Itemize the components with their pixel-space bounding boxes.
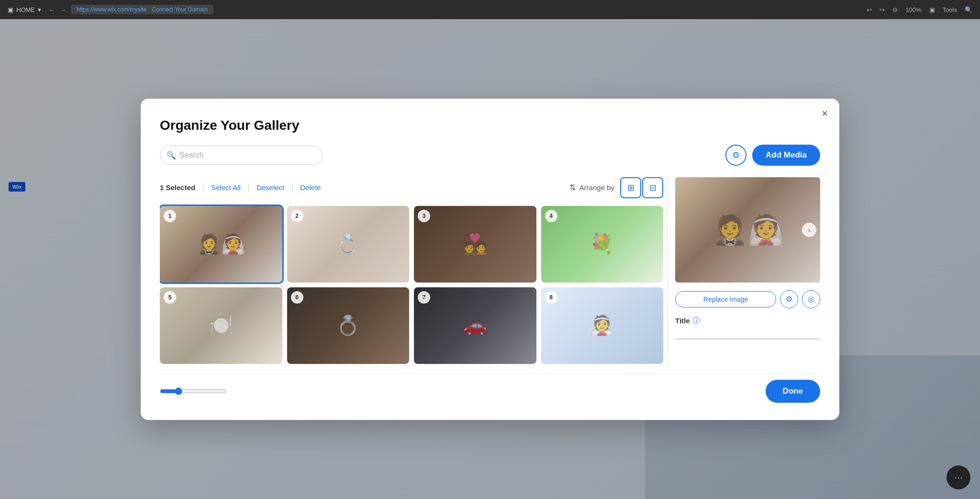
arrange-by: ⇅ Arrange by	[569, 183, 614, 192]
delete-button[interactable]: Delete	[300, 183, 328, 192]
item-number-3: 3	[418, 210, 430, 222]
search-right: ⚙ Add Media	[725, 145, 820, 166]
crop-icon: ◎	[808, 295, 814, 304]
replace-image-button[interactable]: Replace image	[675, 291, 776, 307]
photo-5-placeholder: 🍽️	[160, 287, 282, 364]
item-number-5: 5	[164, 291, 176, 304]
zoom-level: 100%	[905, 6, 921, 13]
filter-icon: ⚙	[786, 295, 792, 304]
gallery-item[interactable]: 💍 2	[287, 206, 410, 283]
photo-2-placeholder: 💍	[287, 206, 410, 283]
arrange-by-label: Arrange by	[579, 183, 614, 192]
preview-next-chevron[interactable]: ›	[802, 223, 816, 237]
content-area: 1 Selected Select All Deselect Delete ⇅ …	[160, 177, 820, 364]
forward-icon[interactable]: →	[60, 6, 66, 13]
item-number-2: 2	[291, 210, 303, 222]
search-browser-icon[interactable]: 🔍	[965, 6, 972, 13]
gallery-item[interactable]: 🤵👰 1	[160, 206, 282, 283]
info-icon: ⓘ	[693, 316, 700, 325]
preview-photo-placeholder: 🤵👰	[675, 177, 820, 283]
title-input[interactable]	[675, 325, 820, 340]
item-number-6: 6	[291, 291, 303, 304]
photo-7-placeholder: 🚗	[414, 287, 536, 364]
slider-wrap	[160, 387, 236, 395]
filter-icon-button[interactable]: ⚙	[780, 290, 798, 308]
connect-domain-link[interactable]: Connect Your Domain	[152, 6, 208, 13]
search-input[interactable]	[160, 146, 323, 165]
gallery-grid-wrap: 1 Selected Select All Deselect Delete ⇅ …	[160, 177, 667, 364]
search-input-wrap: 🔍	[160, 146, 323, 165]
item-number-7: 7	[418, 291, 430, 304]
deselect-button[interactable]: Deselect	[256, 183, 292, 192]
photo-8-placeholder: 👰	[541, 287, 664, 364]
redo-icon[interactable]: ↪	[880, 6, 885, 13]
search-icon: 🔍	[167, 150, 176, 159]
toolbar-row: 1 Selected Select All Deselect Delete ⇅ …	[160, 177, 663, 198]
browser-chrome: ▣ HOME ▾ ← → https://www.wix.com/mysite …	[0, 0, 980, 19]
photo-4-placeholder: 💐	[541, 206, 664, 283]
photo-3-placeholder: 💑	[414, 206, 536, 283]
crop-icon-button[interactable]: ◎	[802, 290, 820, 308]
select-all-button[interactable]: Select All	[211, 183, 249, 192]
list-view-button[interactable]: ⊟	[642, 177, 663, 198]
item-number-1: 1	[164, 210, 176, 222]
modal-close-button[interactable]: ×	[822, 108, 828, 119]
zoom-minus-icon[interactable]: ⊖	[892, 6, 898, 13]
browser-url: https://www.wix.com/mysite Connect Your …	[71, 5, 213, 14]
gallery-grid: 🤵👰 1 💍 2 💑 3 💐 4	[160, 206, 663, 364]
grid-small-icon: ⊟	[649, 182, 657, 193]
browser-tab: ▣ HOME ▾	[8, 6, 41, 13]
back-icon[interactable]: ←	[49, 6, 55, 13]
done-button[interactable]: Done	[766, 380, 821, 403]
bottom-bar: Done	[160, 374, 820, 403]
gallery-item[interactable]: 💐 4	[541, 206, 664, 283]
browser-nav: ← → https://www.wix.com/mysite Connect Y…	[49, 5, 213, 14]
item-number-8: 8	[545, 291, 557, 304]
tab-label: HOME	[16, 6, 35, 13]
organize-gallery-modal: × Organize Your Gallery 🔍 ⚙ Add Media	[141, 99, 839, 420]
photo-6-placeholder: 💍	[287, 287, 410, 364]
selected-count: 1 Selected	[160, 183, 203, 192]
gallery-item[interactable]: 💍 6	[287, 287, 410, 364]
preview-image: 🤵👰 ›	[675, 177, 820, 283]
item-number-4: 4	[545, 210, 557, 222]
search-row: 🔍 ⚙ Add Media	[160, 145, 820, 166]
tools-label[interactable]: Tools	[943, 6, 957, 13]
gear-icon: ⚙	[732, 150, 740, 160]
view-buttons: ⊞ ⊟	[620, 177, 663, 198]
title-label: Title	[675, 317, 690, 325]
arrange-icon: ⇅	[569, 183, 576, 192]
grid-view-button[interactable]: ⊞	[620, 177, 641, 198]
undo-icon[interactable]: ↩	[867, 6, 872, 13]
gallery-item[interactable]: 🍽️ 5	[160, 287, 282, 364]
modal-title: Organize Your Gallery	[160, 118, 820, 133]
modal-overlay: × Organize Your Gallery 🔍 ⚙ Add Media	[0, 19, 980, 499]
title-section: Title ⓘ	[675, 316, 820, 340]
settings-button[interactable]: ⚙	[725, 145, 746, 166]
gallery-item[interactable]: 💑 3	[414, 206, 536, 283]
photo-1-placeholder: 🤵👰	[160, 206, 282, 283]
add-media-button[interactable]: Add Media	[752, 145, 820, 166]
size-slider[interactable]	[160, 387, 227, 395]
right-panel: 🤵👰 › Replace image ⚙ ◎ Title ⓘ	[667, 177, 820, 364]
gallery-item[interactable]: 👰 8	[541, 287, 664, 364]
right-panel-actions: Replace image ⚙ ◎	[675, 290, 820, 308]
layout-icon: ▣	[929, 6, 935, 13]
title-row: Title ⓘ	[675, 316, 820, 325]
grid-large-icon: ⊞	[627, 182, 635, 193]
gallery-item[interactable]: 🚗 7	[414, 287, 536, 364]
